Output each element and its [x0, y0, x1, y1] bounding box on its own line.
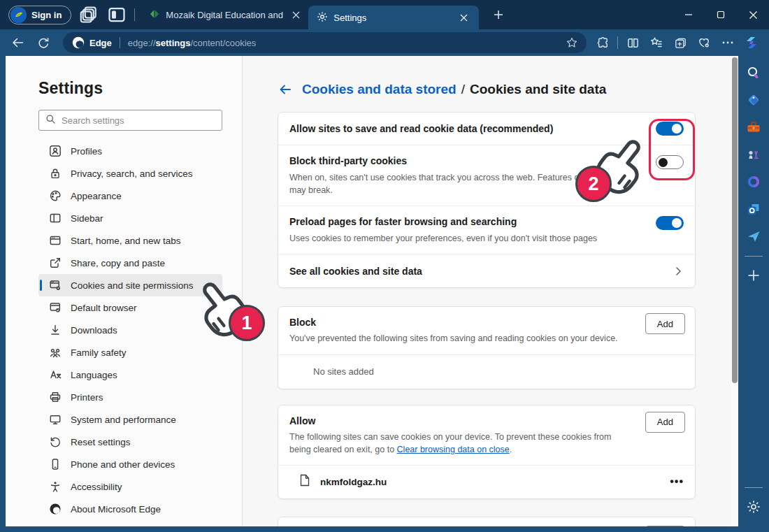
allow-card: Allow The following sites can save cooki… [278, 405, 696, 499]
sidebar-item-label: Downloads [71, 325, 117, 336]
titlebar-separator [134, 8, 135, 21]
favorite-star-icon[interactable] [561, 36, 582, 49]
languages-icon [49, 368, 62, 381]
back-arrow-icon[interactable] [278, 82, 293, 97]
block-add-button[interactable]: Add [645, 313, 685, 334]
extensions-icon[interactable] [591, 32, 615, 53]
tab-close-icon[interactable] [290, 9, 301, 20]
sidebar-item-accessibility[interactable]: Accessibility [38, 475, 222, 498]
close-window-button[interactable] [737, 0, 769, 29]
download-icon [49, 324, 62, 336]
block-third-party-toggle[interactable] [656, 155, 684, 169]
settings-search[interactable] [38, 110, 222, 131]
address-bar[interactable]: Edge edge://settings/content/cookies [63, 32, 587, 53]
clear-on-exit-add-button[interactable]: Add [645, 526, 685, 526]
window-controls [673, 0, 769, 29]
sidebar-item-reset-settings[interactable]: Reset settings [38, 431, 222, 453]
sidebar-item-downloads[interactable]: Downloads [38, 319, 222, 341]
sidebar-item-share-copy-and-paste[interactable]: Share, copy and paste [38, 252, 222, 274]
preload-pages-toggle[interactable] [656, 216, 684, 230]
tab-actions-icon[interactable] [106, 4, 127, 25]
outlook-icon[interactable] [743, 199, 764, 220]
sidebar-item-profiles[interactable]: Profiles [38, 140, 222, 162]
minimize-button[interactable] [673, 0, 705, 29]
back-icon[interactable] [6, 32, 31, 53]
sidebar-item-phone-and-other-devices[interactable]: Phone and other devices [38, 453, 222, 475]
sign-in-button[interactable]: Sign in [8, 6, 71, 24]
breadcrumb-link[interactable]: Cookies and data stored [302, 82, 457, 96]
sidebar-item-default-browser[interactable]: Default browser [38, 296, 222, 319]
sidebar-item-label: Default browser [71, 303, 137, 313]
toolbox-icon[interactable] [743, 117, 764, 138]
sidebar-item-appearance[interactable]: Appearance [38, 185, 222, 207]
profile-icon [49, 145, 62, 157]
allow-description: The following sites can save cookies on … [289, 431, 618, 456]
start-icon [49, 234, 62, 247]
collections-icon[interactable] [668, 32, 692, 53]
settings-menu: ProfilesPrivacy, search, and servicesApp… [38, 140, 222, 520]
page-scrollbar[interactable] [731, 56, 738, 526]
sidebar-item-printers[interactable]: Printers [38, 386, 222, 408]
allow-cookies-toggle[interactable] [656, 122, 684, 136]
favorites-icon[interactable] [645, 32, 668, 53]
site-more-options-icon[interactable]: ••• [670, 475, 684, 488]
breadcrumb-current: Cookies and site data [470, 82, 606, 96]
sidebar-item-label: Privacy, search, and services [71, 168, 193, 179]
more-options-icon[interactable] [716, 32, 740, 53]
microsoft-365-icon[interactable] [743, 171, 764, 192]
customize-sidebar-icon[interactable] [743, 265, 764, 286]
scrollbar-thumb[interactable] [732, 57, 738, 383]
sidebar-item-label: Start, home, and new tabs [71, 236, 181, 246]
allow-add-button[interactable]: Add [645, 412, 685, 433]
url-text[interactable]: edge://settings/content/cookies [128, 38, 257, 48]
tab-settings[interactable]: Settings [308, 6, 479, 29]
printer-icon [49, 391, 62, 403]
tab-title: Settings [333, 13, 452, 23]
sidebar-item-about-microsoft-edge[interactable]: About Microsoft Edge [38, 498, 222, 520]
edge-sidebar [738, 56, 769, 532]
sidebar-item-label: About Microsoft Edge [71, 504, 161, 515]
search-input[interactable] [62, 115, 215, 126]
sidebar-item-label: Reset settings [71, 437, 131, 447]
block-empty-state: No sites added [278, 355, 695, 389]
palette-icon [49, 189, 62, 202]
clear-browsing-data-link[interactable]: Clear browsing data on close [397, 445, 510, 454]
see-all-cookies-row[interactable]: See all cookies and site data [278, 254, 695, 287]
drop-icon[interactable] [743, 226, 764, 247]
sidebar-divider [745, 487, 763, 488]
allow-cookies-label: Allow sites to save and read cookie data… [289, 123, 553, 134]
sidebar-item-label: System and performance [71, 415, 176, 425]
sidebar-item-family-safety[interactable]: Family safety [38, 341, 222, 364]
preload-pages-description: Uses cookies to remember your preference… [289, 232, 597, 245]
new-tab-button[interactable] [489, 5, 508, 24]
sidebar-item-privacy-search-and-services[interactable]: Privacy, search, and services [38, 162, 222, 185]
sidebar-settings-gear-icon[interactable] [743, 496, 764, 517]
sidebar-bottom [743, 484, 764, 524]
copilot-icon[interactable] [740, 32, 763, 53]
refresh-icon[interactable] [31, 32, 56, 53]
url-host: settings [156, 38, 191, 48]
url-scheme: edge:// [128, 38, 156, 48]
url-path: /content/cookies [190, 38, 256, 48]
shopping-icon[interactable] [743, 89, 764, 110]
sidebar-item-sidebar[interactable]: Sidebar [38, 207, 222, 229]
workspaces-icon[interactable] [78, 4, 99, 25]
sidebar-item-cookies-and-site-permissions[interactable]: Cookies and site permissions [38, 274, 222, 296]
games-icon[interactable] [743, 144, 764, 165]
reset-icon [49, 436, 62, 448]
tab-close-icon[interactable] [458, 12, 469, 23]
maximize-button[interactable] [705, 0, 737, 29]
document-icon [299, 474, 310, 489]
tab-mozaik[interactable]: Mozaik Digital Education and Lea [142, 0, 308, 29]
block-card: Block You've prevented the following sit… [278, 306, 696, 389]
browser-essentials-icon[interactable] [692, 32, 716, 53]
clear-on-exit-card: Clear on exit Add [278, 517, 696, 526]
sidebar-item-languages[interactable]: Languages [38, 364, 222, 386]
split-screen-icon[interactable] [621, 32, 645, 53]
sidebar-item-start-home-and-new-tabs[interactable]: Start, home, and new tabs [38, 229, 222, 252]
sidebar-item-system-and-performance[interactable]: System and performance [38, 408, 222, 431]
edge-brand-label: Edge [89, 38, 112, 48]
allowed-site-row: nkmfoldgaz.hu ••• [278, 466, 695, 498]
default-browser-icon [49, 301, 62, 314]
sidebar-search-icon[interactable] [743, 62, 764, 83]
